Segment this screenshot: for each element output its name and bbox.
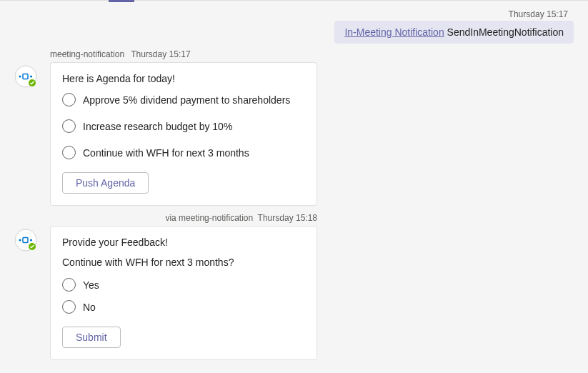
agenda-option-label: Continue with WFH for next 3 months — [83, 147, 249, 159]
agenda-card: Here is Agenda for today! Approve 5% div… — [50, 62, 317, 206]
bot-name: meeting-notification — [50, 49, 124, 59]
agenda-option-label: Increase research budget by 10% — [83, 121, 232, 132]
feedback-option-yes[interactable]: Yes — [62, 278, 305, 292]
chat-area: Thursday 15:17 In-Meeting Notification S… — [0, 1, 588, 367]
bot-time: Thursday 15:18 — [258, 213, 317, 223]
svg-point-3 — [30, 75, 32, 77]
radio-icon — [62, 278, 76, 292]
submit-button[interactable]: Submit — [62, 327, 121, 348]
radio-icon — [62, 300, 76, 314]
feedback-option-label: Yes — [83, 279, 99, 291]
in-meeting-notification-link[interactable]: In-Meeting Notification — [344, 26, 444, 38]
sent-message-text: SendInMeetingNotification — [444, 26, 564, 38]
svg-point-1 — [19, 75, 21, 77]
sent-message-bubble[interactable]: In-Meeting Notification SendInMeetingNot… — [334, 21, 574, 44]
agenda-option-3[interactable]: Continue with WFH for next 3 months — [62, 146, 305, 159]
feedback-option-no[interactable]: No — [62, 300, 305, 314]
feedback-option-label: No — [83, 302, 96, 313]
agenda-option-label: Approve 5% dividend payment to sharehold… — [83, 94, 290, 106]
agenda-card-title: Here is Agenda for today! — [62, 73, 305, 84]
sent-timestamp: Thursday 15:17 — [509, 9, 574, 19]
radio-icon — [62, 93, 76, 106]
radio-icon — [62, 146, 76, 159]
svg-point-8 — [30, 239, 32, 241]
push-agenda-button[interactable]: Push Agenda — [62, 172, 149, 194]
bot-avatar-icon — [14, 229, 37, 252]
agenda-option-2[interactable]: Increase research budget by 10% — [62, 119, 305, 133]
feedback-card-title: Provide your Feedback! — [62, 237, 305, 248]
bot-message-2: via meeting-notification Thursday 15:18 … — [14, 213, 574, 360]
bot-message-header: meeting-notification Thursday 15:17 — [50, 49, 574, 59]
bot-time: Thursday 15:17 — [131, 49, 190, 59]
feedback-card-question: Continue with WFH for next 3 months? — [62, 257, 305, 268]
svg-point-6 — [19, 239, 21, 241]
feedback-card: Provide your Feedback! Continue with WFH… — [50, 226, 317, 360]
agenda-option-1[interactable]: Approve 5% dividend payment to sharehold… — [62, 93, 305, 106]
bot-avatar-icon — [14, 65, 37, 88]
via-label: via meeting-notification — [165, 213, 253, 223]
bot-message-header: via meeting-notification Thursday 15:18 — [50, 213, 317, 223]
radio-icon — [62, 119, 76, 133]
bot-message-1: meeting-notification Thursday 15:17 Here… — [14, 49, 574, 206]
